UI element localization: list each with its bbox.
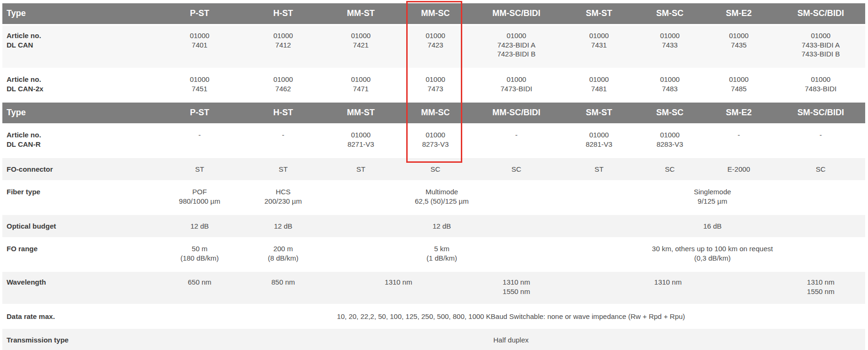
table-cell: 01000 7423 bbox=[398, 25, 473, 68]
table-cell: 12 dB bbox=[157, 215, 242, 237]
table-cell: - bbox=[473, 125, 560, 157]
row-label: FO-connector bbox=[2, 158, 157, 180]
row-article-dl-can-r: Article no. DL CAN-R - - 01000 8271-V3 0… bbox=[2, 125, 865, 157]
table-cell: 01000 7473 bbox=[398, 69, 473, 101]
table-cell: 1310 nm 1550 nm bbox=[473, 272, 560, 304]
header-mm-sc: MM-SC bbox=[398, 3, 473, 24]
row-label: Article no. DL CAN-R bbox=[2, 125, 157, 157]
row-fo-range: FO range 50 m (180 dB/km) 200 m (8 dB/km… bbox=[2, 239, 865, 270]
header-h-st: H-ST bbox=[242, 103, 324, 123]
row-label: Article no. DL CAN bbox=[2, 25, 157, 68]
table-cell: 01000 7401 bbox=[157, 25, 242, 68]
header-row-1: Type P-ST H-ST MM-ST MM-SC MM-SC/BIDI SM… bbox=[2, 3, 865, 24]
table-cell: 650 nm bbox=[157, 272, 242, 304]
table-cell: - bbox=[701, 125, 776, 157]
table-cell: 01000 7483-BIDI bbox=[776, 69, 865, 101]
table-cell: 01000 7473-BIDI bbox=[473, 69, 560, 101]
table-cell: ST bbox=[242, 158, 324, 180]
table-cell: 01000 7423-BIDI A 7423-BIDI B bbox=[473, 25, 560, 68]
header-h-st: H-ST bbox=[242, 3, 324, 24]
row-label: Data rate max. bbox=[2, 305, 157, 327]
row-label: Fiber type bbox=[2, 182, 157, 214]
table-cell: 850 nm bbox=[242, 272, 324, 304]
header-sm-e2: SM-E2 bbox=[701, 103, 776, 123]
table-cell: ST bbox=[157, 158, 242, 180]
table-cell: SC bbox=[398, 158, 473, 180]
row-article-dl-can: Article no. DL CAN 01000 7401 01000 7412… bbox=[2, 25, 865, 68]
table-cell: 01000 8273-V3 bbox=[398, 125, 473, 157]
row-fo-connector: FO-connector ST ST ST SC SC ST SC E-2000… bbox=[2, 158, 865, 180]
header-sm-e2: SM-E2 bbox=[701, 3, 776, 24]
table-cell: 1310 nm bbox=[560, 272, 776, 304]
table-cell: 1310 nm bbox=[324, 272, 473, 304]
table-cell: 01000 7483 bbox=[638, 69, 701, 101]
table-cell: HCS 200/230 µm bbox=[242, 182, 324, 214]
header-sm-st: SM-ST bbox=[560, 103, 638, 123]
header-mm-sc: MM-SC bbox=[398, 103, 473, 123]
header-mm-st: MM-ST bbox=[324, 103, 398, 123]
table-cell: 01000 8283-V3 bbox=[638, 125, 701, 157]
table-cell: 01000 7451 bbox=[157, 69, 242, 101]
row-label: Article no. DL CAN-2x bbox=[2, 69, 157, 101]
row-label: Transmission type bbox=[2, 329, 157, 350]
header-mm-st: MM-ST bbox=[324, 3, 398, 24]
table-cell: 12 dB bbox=[242, 215, 324, 237]
row-fiber-type: Fiber type POF 980/1000 µm HCS 200/230 µ… bbox=[2, 182, 865, 214]
table-cell: 50 m (180 dB/km) bbox=[157, 239, 242, 270]
header-sm-sc-bidi: SM-SC/BIDI bbox=[776, 3, 865, 24]
header-type: Type bbox=[2, 103, 157, 123]
row-label: Optical budget bbox=[2, 215, 157, 237]
table-cell: 01000 7462 bbox=[242, 69, 324, 101]
table-cell: ST bbox=[324, 158, 398, 180]
table-cell: SC bbox=[776, 158, 865, 180]
row-data-rate-max: Data rate max. 10, 20, 22,2, 50, 100, 12… bbox=[2, 305, 865, 327]
table-cell: 200 m (8 dB/km) bbox=[242, 239, 324, 270]
table-cell: ST bbox=[560, 158, 638, 180]
header-sm-sc: SM-SC bbox=[638, 103, 701, 123]
table-cell: 01000 7485 bbox=[701, 69, 776, 101]
table-cell: - bbox=[776, 125, 865, 157]
header-sm-sc-bidi: SM-SC/BIDI bbox=[776, 103, 865, 123]
table-cell: SC bbox=[473, 158, 560, 180]
table-cell: 01000 7431 bbox=[560, 25, 638, 68]
table-cell: 16 dB bbox=[560, 215, 865, 237]
header-row-2: Type P-ST H-ST MM-ST MM-SC MM-SC/BIDI SM… bbox=[2, 103, 865, 123]
table-cell: 01000 7412 bbox=[242, 25, 324, 68]
header-mm-sc-bidi: MM-SC/BIDI bbox=[473, 103, 560, 123]
table-cell: Half duplex bbox=[157, 329, 865, 350]
table-cell: 01000 7433-BIDI A 7433-BIDI B bbox=[776, 25, 865, 68]
spec-table-page: Type P-ST H-ST MM-ST MM-SC MM-SC/BIDI SM… bbox=[0, 0, 868, 350]
table-cell: SC bbox=[638, 158, 701, 180]
table-cell: 30 km, others up to 100 km on request (0… bbox=[560, 239, 865, 270]
table-cell: - bbox=[242, 125, 324, 157]
table-cell: 01000 7435 bbox=[701, 25, 776, 68]
table-cell: 12 dB bbox=[324, 215, 560, 237]
row-label: Wavelength bbox=[2, 272, 157, 304]
row-wavelength: Wavelength 650 nm 850 nm 1310 nm 1310 nm… bbox=[2, 272, 865, 304]
table-cell: 01000 7421 bbox=[324, 25, 398, 68]
header-p-st: P-ST bbox=[157, 103, 242, 123]
row-transmission-type: Transmission type Half duplex bbox=[2, 329, 865, 350]
table-cell: 01000 8271-V3 bbox=[324, 125, 398, 157]
table-cell-singlemode: Singlemode 9/125 µm bbox=[560, 182, 865, 214]
header-sm-sc: SM-SC bbox=[638, 3, 701, 24]
table-cell: E-2000 bbox=[701, 158, 776, 180]
table-cell: 01000 7481 bbox=[560, 69, 638, 101]
product-spec-table: Type P-ST H-ST MM-ST MM-SC MM-SC/BIDI SM… bbox=[2, 2, 865, 350]
table-cell: 5 km (1 dB/km) bbox=[324, 239, 560, 270]
table-cell: - bbox=[157, 125, 242, 157]
table-cell: 1310 nm 1550 nm bbox=[776, 272, 865, 304]
table-cell: POF 980/1000 µm bbox=[157, 182, 242, 214]
table-cell: 01000 8281-V3 bbox=[560, 125, 638, 157]
header-sm-st: SM-ST bbox=[560, 3, 638, 24]
header-mm-sc-bidi: MM-SC/BIDI bbox=[473, 3, 560, 24]
table-cell-multimode: Multimode 62,5 (50)/125 µm bbox=[324, 182, 560, 214]
table-cell: 01000 7471 bbox=[324, 69, 398, 101]
table-cell: 10, 20, 22,2, 50, 100, 125, 250, 500, 80… bbox=[157, 305, 865, 327]
row-article-dl-can-2x: Article no. DL CAN-2x 01000 7451 01000 7… bbox=[2, 69, 865, 101]
table-cell: 01000 7433 bbox=[638, 25, 701, 68]
header-p-st: P-ST bbox=[157, 3, 242, 24]
row-label: FO range bbox=[2, 239, 157, 270]
header-type: Type bbox=[2, 3, 157, 24]
row-optical-budget: Optical budget 12 dB 12 dB 12 dB 16 dB bbox=[2, 215, 865, 237]
